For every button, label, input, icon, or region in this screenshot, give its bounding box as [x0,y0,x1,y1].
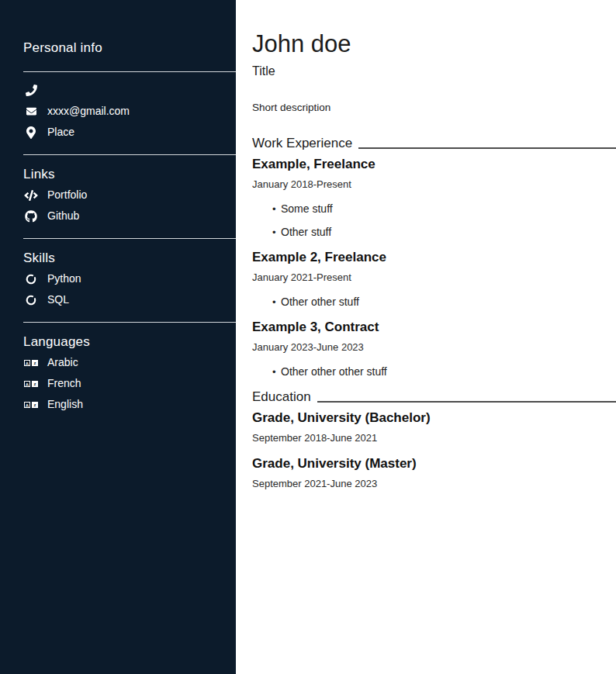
language-label: English [47,398,83,411]
github-icon [23,210,39,223]
envelope-icon [23,106,39,116]
entry-bullets: Other other other stuff [252,365,616,378]
work-entry: Example 2, Freelance January 2021-Presen… [252,249,616,309]
language-item: Az French [23,377,236,390]
bullet-item: Some stuff [272,202,616,216]
education-section: Grade, University (Bachelor) September 2… [252,410,616,490]
sidebar-divider [23,154,236,155]
entry-title: Grade, University (Master) [252,455,616,472]
circle-notch-icon [23,295,39,306]
email-value: xxxx@gmail.com [47,105,130,118]
entry-dates: September 2018-June 2021 [252,432,616,444]
phone-row [23,84,236,97]
section-title: Education [252,389,311,405]
location-row: Place [23,126,236,139]
summary-text: Short description [252,102,616,113]
skill-label: Python [47,272,81,285]
skill-item: Python [23,272,236,285]
sidebar-link-github[interactable]: Github [23,209,236,223]
education-entry: Grade, University (Bachelor) September 2… [252,410,616,444]
education-heading: Education [252,389,616,405]
section-title: Work Experience [252,135,352,151]
code-icon [23,190,39,201]
language-item: Az Arabic [23,356,236,369]
link-label: Portfolio [47,188,87,202]
location-value: Place [47,126,74,139]
name-heading: John doe [252,31,616,57]
email-row: xxxx@gmail.com [23,105,236,118]
bullet-item: Other other stuff [272,296,616,309]
language-icon: Az [23,402,39,408]
sidebar-divider [23,71,236,72]
section-rule [317,401,616,403]
bullet-item: Other stuff [272,226,616,239]
work-entry: Example, Freelance January 2018-Present … [252,156,616,239]
circle-notch-icon [23,274,39,285]
sidebar: Personal info xxxx@gmail.com Place Links [0,0,236,674]
entry-title: Example 3, Contract [252,319,616,335]
work-experience-heading: Work Experience [252,135,616,151]
links-heading: Links [23,167,236,182]
language-label: French [47,377,81,390]
education-entry: Grade, University (Master) September 202… [252,455,616,490]
language-label: Arabic [47,356,78,369]
entry-bullets: Other other stuff [252,296,616,309]
work-entry: Example 3, Contract January 2023-June 20… [252,319,616,378]
sidebar-divider [23,238,236,239]
entry-title: Example, Freelance [252,156,616,172]
sidebar-divider [23,322,236,323]
section-rule [358,147,616,149]
main-content: John doe Title Short description Work Ex… [236,0,616,490]
map-marker-icon [23,126,39,139]
language-icon: Az [23,381,39,387]
sidebar-link-portfolio[interactable]: Portfolio [23,188,236,202]
entry-bullets: Some stuff Other stuff [252,202,616,239]
phone-icon [23,85,39,96]
entry-title: Example 2, Freelance [252,249,616,265]
bullet-item: Other other other stuff [272,365,616,378]
entry-dates: January 2021-Present [252,271,616,284]
resume-page: Personal info xxxx@gmail.com Place Links [0,0,616,674]
language-item: Az English [23,398,236,411]
skill-item: SQL [23,293,236,306]
entry-dates: January 2023-June 2023 [252,341,616,354]
entry-dates: January 2018-Present [252,178,616,191]
job-title: Title [252,64,616,78]
entry-title: Grade, University (Bachelor) [252,410,616,426]
languages-heading: Languages [23,334,236,350]
skill-label: SQL [47,293,69,306]
language-icon: Az [23,360,39,366]
entry-dates: September 2021-June 2023 [252,478,616,490]
personal-info-heading: Personal info [23,40,236,56]
work-experience-section: Example, Freelance January 2018-Present … [252,156,616,378]
link-label: Github [47,209,79,223]
skills-heading: Skills [23,251,236,266]
